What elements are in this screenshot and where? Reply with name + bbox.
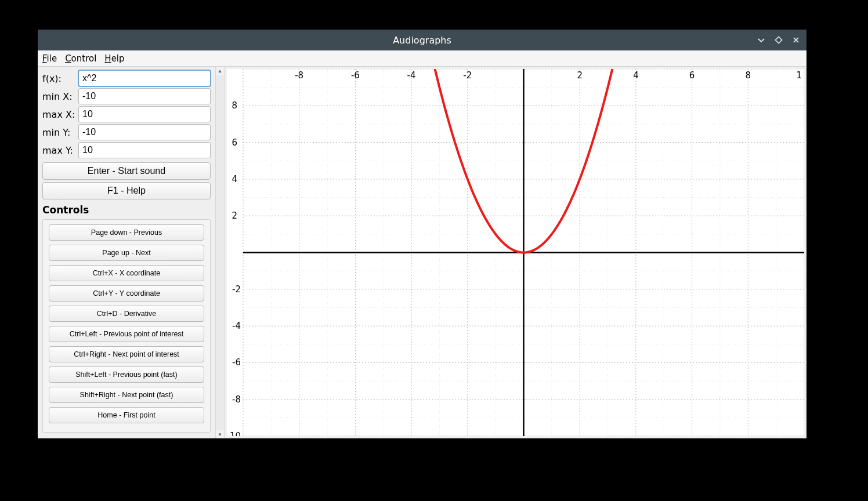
maxy-row: max Y:: [42, 142, 211, 158]
svg-text:-2: -2: [463, 70, 472, 81]
ctrl-next-fast[interactable]: Shift+Right - Next point (fast): [49, 387, 204, 403]
plot-area: -8-6-4-2246812468-2-4-6-8-10: [227, 69, 804, 436]
window-title: Audiographs: [393, 35, 451, 46]
svg-text:2: 2: [232, 210, 237, 221]
sidebar-scrollbar[interactable]: ▴ ▾: [215, 67, 224, 438]
controls-header: Controls: [42, 204, 211, 216]
svg-text:2: 2: [577, 70, 583, 81]
svg-text:8: 8: [232, 100, 237, 111]
svg-text:6: 6: [232, 137, 237, 148]
close-icon[interactable]: [790, 34, 802, 46]
fx-row: f(x):: [42, 70, 211, 86]
miny-label: min Y:: [42, 127, 76, 138]
ctrl-page-up[interactable]: Page up - Next: [49, 245, 204, 261]
maxx-input[interactable]: [78, 106, 211, 122]
app-window: Audiographs File Control Help f(x):: [38, 30, 806, 438]
window-actions: [755, 30, 802, 50]
svg-text:-8: -8: [295, 70, 303, 81]
miny-row: min Y:: [42, 124, 211, 140]
svg-text:-8: -8: [232, 394, 241, 405]
titlebar: Audiographs: [38, 30, 806, 50]
menubar: File Control Help: [38, 50, 806, 67]
sidebar: f(x): min X: max X: min Y: max Y:: [38, 67, 215, 438]
svg-text:-10: -10: [227, 431, 241, 436]
maxy-input[interactable]: [78, 142, 211, 158]
svg-text:-6: -6: [232, 357, 241, 368]
minx-label: min X:: [42, 91, 76, 102]
scroll-up-icon[interactable]: ▴: [216, 67, 224, 75]
svg-text:4: 4: [232, 174, 237, 184]
minimize-icon[interactable]: [755, 34, 767, 46]
ctrl-y-coord[interactable]: Ctrl+Y - Y coordinate: [49, 285, 204, 302]
ctrl-prev-poi[interactable]: Ctrl+Left - Previous point of interest: [49, 326, 204, 342]
ctrl-home[interactable]: Home - First point: [49, 407, 204, 423]
controls-box: Page down - Previous Page up - Next Ctrl…: [42, 219, 211, 433]
svg-rect-0: [775, 37, 782, 43]
body: f(x): min X: max X: min Y: max Y:: [38, 67, 806, 438]
maxx-label: max X:: [42, 109, 76, 120]
svg-text:-4: -4: [232, 321, 241, 331]
maxy-label: max Y:: [42, 145, 76, 156]
svg-text:6: 6: [689, 70, 695, 81]
menu-help[interactable]: Help: [104, 53, 124, 64]
start-sound-button[interactable]: Enter - Start sound: [42, 162, 211, 180]
ctrl-next-poi[interactable]: Ctrl+Right - Next point of interest: [49, 346, 204, 362]
fx-input[interactable]: [78, 70, 211, 86]
miny-input[interactable]: [78, 124, 211, 140]
maximize-icon[interactable]: [773, 34, 784, 46]
ctrl-prev-fast[interactable]: Shift+Left - Previous point (fast): [49, 366, 204, 383]
svg-text:1: 1: [796, 70, 802, 81]
ctrl-x-coord[interactable]: Ctrl+X - X coordinate: [49, 265, 204, 281]
svg-text:-6: -6: [351, 70, 360, 81]
fx-label: f(x):: [42, 73, 76, 84]
plot-svg: -8-6-4-2246812468-2-4-6-8-10: [227, 69, 804, 436]
svg-text:-2: -2: [232, 284, 241, 295]
scroll-down-icon[interactable]: ▾: [216, 430, 224, 438]
svg-text:4: 4: [633, 70, 639, 81]
ctrl-derivative[interactable]: Ctrl+D - Derivative: [49, 306, 204, 322]
minx-input[interactable]: [78, 88, 211, 104]
svg-text:-4: -4: [407, 70, 416, 81]
ctrl-page-down[interactable]: Page down - Previous: [49, 224, 204, 241]
menu-control[interactable]: Control: [65, 53, 96, 64]
help-button[interactable]: F1 - Help: [42, 182, 211, 199]
sidebar-wrap: f(x): min X: max X: min Y: max Y:: [38, 67, 225, 438]
maxx-row: max X:: [42, 106, 211, 122]
svg-text:8: 8: [746, 70, 751, 81]
menu-file[interactable]: File: [42, 53, 57, 64]
minx-row: min X:: [42, 88, 211, 104]
